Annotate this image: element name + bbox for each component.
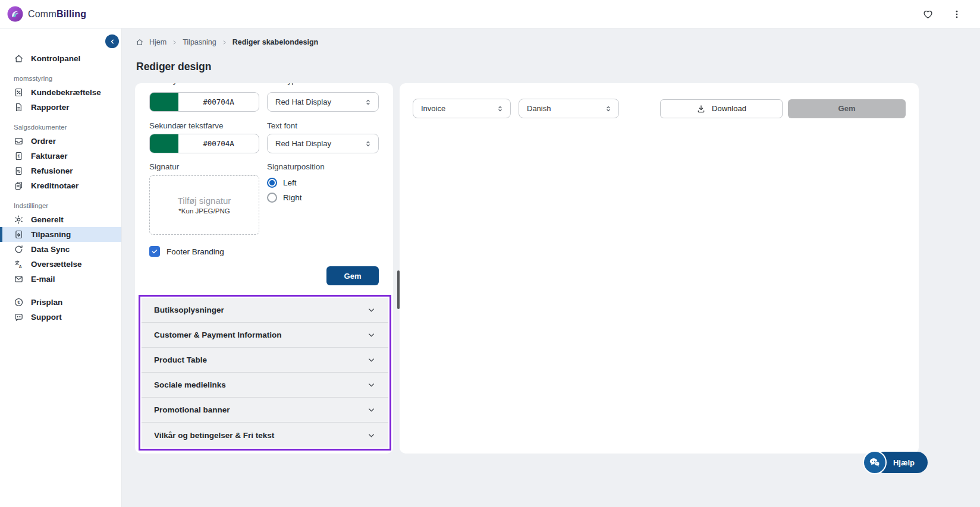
sidebar-item-label: Generelt: [31, 215, 64, 224]
accordion-customer-payment[interactable]: Customer & Payment Information: [142, 323, 388, 348]
breadcrumb-home-icon: [136, 38, 144, 46]
sidebar-item-data-sync[interactable]: Data Sync: [0, 242, 121, 257]
sidebar-item-label: Refusioner: [31, 166, 73, 175]
template-type-selected-value: Invoice: [421, 104, 445, 113]
radio-label: Left: [283, 178, 297, 187]
accordion-title: Sociale medielinks: [154, 380, 226, 389]
secondary-color-label: Sekundær tekstfarve: [149, 121, 259, 130]
checkbox-checked-icon[interactable]: [149, 246, 160, 257]
sync-icon: [14, 244, 24, 254]
sidebar-item-ordrer[interactable]: Ordrer: [0, 134, 121, 149]
sidebar-item-label: Data Sync: [31, 245, 70, 254]
sidebar-item-label: Support: [31, 313, 62, 322]
secondary-color-value: #00704A: [178, 134, 259, 153]
secondary-text-color-input[interactable]: #00704A: [149, 134, 259, 153]
primary-text-color-input[interactable]: #00704A: [149, 92, 259, 112]
radio-unselected-icon[interactable]: [267, 193, 277, 203]
sidebar-item-support[interactable]: Support: [0, 310, 121, 325]
primary-font-select[interactable]: Red Hat Display: [267, 92, 379, 112]
secondary-color-swatch[interactable]: [150, 134, 178, 153]
accordion-title: Vilkår og betingelser & Fri tekst: [154, 431, 274, 440]
svg-text:€: €: [18, 300, 20, 305]
sidebar-item-kreditnotaer[interactable]: Kreditnotaer: [0, 178, 121, 193]
sidebar-collapse-button[interactable]: [105, 34, 119, 48]
chevron-down-icon: [367, 380, 376, 389]
mail-icon: [14, 274, 24, 284]
chevron-down-icon: [367, 330, 376, 339]
breadcrumb-separator-icon: [222, 40, 227, 45]
signature-position-right-option[interactable]: Right: [267, 192, 379, 203]
favorites-button[interactable]: [921, 8, 935, 21]
brand-logo-icon: [7, 6, 23, 22]
sidebar-item-fakturaer[interactable]: € Fakturaer: [0, 149, 121, 163]
language-select[interactable]: Danish: [519, 99, 619, 118]
more-menu-button[interactable]: [950, 8, 963, 21]
accordion-title: Customer & Payment Information: [154, 330, 282, 339]
signature-upload-hint: *Kun JPEG/PNG: [178, 207, 230, 215]
sidebar-item-rapporter[interactable]: Rapporter: [0, 100, 121, 115]
accordion-product-table[interactable]: Product Table: [142, 348, 388, 373]
signature-position-label: Signaturposition: [267, 162, 379, 171]
check-icon: [151, 248, 158, 255]
sidebar-item-generelt[interactable]: Generelt: [0, 212, 121, 227]
chevron-down-icon: [367, 431, 376, 440]
primary-color-swatch[interactable]: [150, 93, 178, 111]
sidebar: Kontrolpanel momsstyring Kundebekræftels…: [0, 29, 122, 507]
form-panel-scrollbar[interactable]: [397, 270, 400, 309]
clipped-label-row: Primary Text Color Skrifttype Primær: [149, 83, 379, 87]
sidebar-section-salgsdokumenter: Salgsdokumenter: [14, 124, 121, 131]
translate-icon: A: [14, 259, 24, 269]
download-button[interactable]: Download: [660, 99, 783, 118]
breadcrumb-item-hjem[interactable]: Hjem: [149, 38, 167, 46]
language-selected-value: Danish: [527, 104, 551, 113]
invoice-euro-icon: €: [14, 151, 24, 161]
primary-text-color-label: Primary Text Color: [149, 83, 259, 87]
euro-circle-icon: €: [14, 297, 24, 307]
sidebar-item-tilpasning[interactable]: Tilpasning: [0, 227, 121, 242]
accordion-vilkar-betingelser[interactable]: Vilkår og betingelser & Fri tekst: [142, 423, 388, 448]
help-button[interactable]: Hjælp: [874, 452, 928, 473]
kebab-menu-icon: [951, 9, 962, 20]
sidebar-item-label: Rapporter: [31, 103, 70, 112]
download-icon: [696, 104, 706, 114]
text-font-selected-value: Red Hat Display: [275, 139, 331, 148]
save-template-button-disabled[interactable]: Gem: [788, 99, 906, 118]
svg-text:€: €: [18, 154, 20, 158]
save-design-button[interactable]: Gem: [326, 266, 379, 285]
accordion-butiksoplysninger[interactable]: Butiksoplysninger: [142, 298, 388, 323]
primary-font-label: Skrifttype Primær: [267, 83, 329, 87]
breadcrumb-item-current: Rediger skabelondesign: [233, 38, 318, 46]
radio-selected-icon[interactable]: [267, 178, 277, 188]
sidebar-item-label: Kontrolpanel: [31, 54, 80, 63]
sidebar-section-momsstyring: momsstyring: [14, 75, 121, 82]
signature-upload-dropzone[interactable]: Tilføj signatur *Kun JPEG/PNG: [149, 175, 259, 235]
sidebar-item-oversaettelse[interactable]: A Oversættelse: [0, 257, 121, 272]
sidebar-item-kontrolpanel[interactable]: Kontrolpanel: [0, 51, 121, 66]
text-font-select[interactable]: Red Hat Display: [267, 134, 379, 153]
app-logo[interactable]: CommBilling: [7, 6, 86, 22]
breadcrumb-item-tilpasning[interactable]: Tilpasning: [183, 38, 216, 46]
footer-branding-toggle[interactable]: Footer Branding: [149, 246, 379, 257]
chat-bubble-icon: [14, 312, 24, 322]
gear-icon: [14, 215, 24, 225]
signature-label: Signatur: [149, 162, 259, 171]
accordion-sociale-medielinks[interactable]: Sociale medielinks: [142, 373, 388, 398]
sidebar-item-label: Ordrer: [31, 137, 56, 146]
sidebar-item-kundebekraeftelse[interactable]: Kundebekræftelse: [0, 85, 121, 100]
sidebar-item-refusioner[interactable]: Refusioner: [0, 163, 121, 178]
refund-receipt-icon: [14, 166, 24, 176]
sidebar-item-prisplan[interactable]: € Prisplan: [0, 295, 121, 310]
unfold-select-icon: [604, 105, 612, 113]
help-chat-icon: [868, 456, 881, 469]
accordion-promotional-banner[interactable]: Promotional banner: [142, 398, 388, 423]
accordion-title: Promotional banner: [154, 405, 230, 414]
signature-position-left-option[interactable]: Left: [267, 177, 379, 188]
preview-panel: Invoice Danish Download Gem: [400, 83, 919, 454]
primary-color-value: #00704A: [178, 93, 259, 111]
sidebar-item-label: Fakturaer: [31, 152, 68, 160]
brand-name: CommBilling: [28, 9, 86, 20]
sidebar-item-email[interactable]: E-mail: [0, 272, 121, 286]
top-bar: CommBilling: [0, 0, 980, 29]
template-type-select[interactable]: Invoice: [413, 99, 511, 118]
footer-branding-label: Footer Branding: [167, 247, 224, 256]
